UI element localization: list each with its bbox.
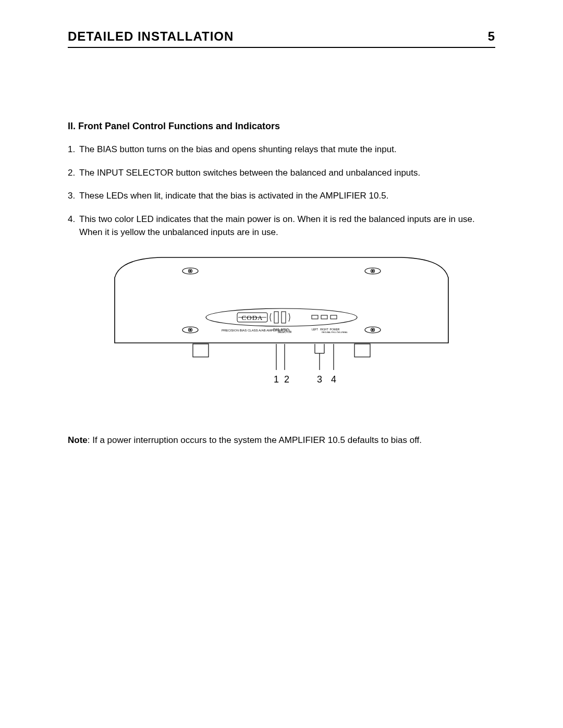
list-item: 4. This two color LED indicates that the… [68,213,495,239]
power-sub-label: RED-BAL/YELLOW-UNBAL [322,331,348,334]
input-selector-button-icon [282,312,286,323]
note-label: Note [68,435,88,445]
callout-number: 2 [284,374,289,385]
page-title: DETAILED INSTALLATION [68,29,234,44]
list-item-number: 2. [68,167,79,180]
note-text: : If a power interruption occurs to the … [88,435,422,445]
list-item: 3. These LEDs when lit, indicate that th… [68,190,495,203]
svg-rect-17 [354,344,370,357]
right-led-icon [321,315,327,319]
power-led-icon [331,315,337,319]
page-number: 5 [488,29,495,44]
svg-point-5 [372,270,374,272]
list-item: 2. The INPUT SELECTOR button switches be… [68,167,495,180]
svg-text:SELECTOR: SELECTOR [278,330,292,334]
list-item-number: 4. [68,213,79,239]
callout-number: 1 [274,374,279,385]
list-item-number: 1. [68,143,79,156]
amplifier-front-panel-svg: CODA PRECISION BIAS CLASS A/AB AMPLIFIER… [109,254,454,405]
callout-number: 4 [331,374,336,385]
bias-button-icon [274,312,278,323]
note-paragraph: Note: If a power interruption occurs to … [68,434,495,447]
list-item: 1. The BIAS button turns on the bias and… [68,143,495,156]
section-heading: II. Front Panel Control Functions and In… [68,121,495,132]
list-item-text: This two color LED indicates that the ma… [79,213,495,239]
svg-point-2 [190,270,191,272]
left-label: LEFT [312,328,318,331]
list-item-number: 3. [68,190,79,203]
svg-rect-16 [193,344,209,357]
instruction-list: 1. The BIAS button turns on the bias and… [68,143,495,239]
svg-point-11 [372,329,374,331]
list-item-text: The BIAS button turns on the bias and op… [79,143,495,156]
front-panel-diagram: CODA PRECISION BIAS CLASS A/AB AMPLIFIER… [68,254,495,405]
left-led-icon [312,315,318,319]
manual-page: DETAILED INSTALLATION 5 II. Front Panel … [0,0,563,728]
list-item-text: These LEDs when lit, indicate that the b… [79,190,495,203]
page-header: DETAILED INSTALLATION 5 [68,29,495,48]
callout-number: 3 [317,374,322,385]
brand-label: CODA [242,314,263,322]
svg-point-8 [190,329,191,331]
list-item-text: The INPUT SELECTOR button switches betwe… [79,167,495,180]
